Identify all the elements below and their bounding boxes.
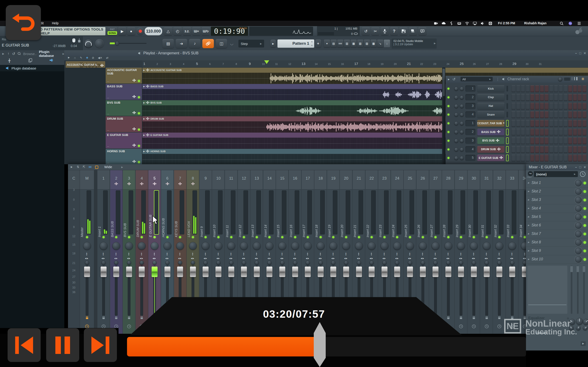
effect-slot[interactable]: ▶ Slot 6 <box>526 221 588 230</box>
cr-swing-slider[interactable] <box>564 77 570 81</box>
step-button[interactable] <box>573 103 577 110</box>
step-button[interactable] <box>535 103 539 110</box>
keyboard-icon[interactable] <box>457 22 461 25</box>
step-button[interactable] <box>564 85 568 92</box>
step-button[interactable] <box>559 146 563 153</box>
step-button[interactable] <box>564 146 568 153</box>
fader-thumb[interactable] <box>126 267 132 277</box>
step-button[interactable] <box>564 103 568 110</box>
fader-thumb-selected[interactable] <box>152 267 157 277</box>
channel-number[interactable]: 4 <box>465 111 476 118</box>
channel-vol-knob[interactable] <box>460 95 464 99</box>
wait-for-input-button[interactable]: ◴ <box>173 27 182 35</box>
mixer-pan-knob[interactable] <box>100 242 107 250</box>
step-button[interactable] <box>540 137 544 144</box>
cr-graph-icon[interactable]: ▏▍▋ <box>572 77 578 80</box>
step-button[interactable] <box>530 111 534 118</box>
channel-pan-knob[interactable] <box>454 139 458 143</box>
slot-enable-led[interactable] <box>583 216 586 218</box>
update-panel[interactable]: 02-04 FL Studio Mobile | 3.2.19 Update ▶ <box>392 39 437 49</box>
mixer-sep-knob[interactable] <box>102 261 106 265</box>
mixer-pan-knob[interactable] <box>393 242 401 250</box>
slot-enable-led[interactable] <box>583 182 586 184</box>
mixer-led[interactable] <box>281 236 284 238</box>
step-button[interactable] <box>582 137 586 144</box>
mixer-strip[interactable]: 33Insert 33▲▼◀ ▶ <box>506 170 519 335</box>
fader-thumb[interactable] <box>394 267 400 277</box>
mixer-led[interactable] <box>320 236 322 238</box>
step-button[interactable] <box>535 111 539 118</box>
doc-icon[interactable]: ▧ <box>357 40 363 48</box>
plug-icon[interactable]: ▨ <box>364 40 370 48</box>
step-button[interactable] <box>545 137 548 144</box>
pl-play-icon[interactable]: ▶ <box>68 56 70 59</box>
track-led[interactable] <box>138 80 140 82</box>
bluetooth-icon[interactable] <box>449 22 453 25</box>
channel-led[interactable] <box>447 96 450 98</box>
mixer-strip[interactable]: 4DRUM SUB▲▼◀ ▶ <box>136 170 148 335</box>
channel-button[interactable]: Kick <box>477 85 504 92</box>
mixer-sep-knob[interactable] <box>433 261 438 265</box>
channel-button[interactable]: E GUITAR SUB <box>477 155 504 161</box>
mixer-led[interactable] <box>179 236 181 238</box>
step-button[interactable] <box>516 111 520 118</box>
channel-led[interactable] <box>447 88 450 90</box>
mixer-strip[interactable]: 30Insert 30▲▼◀ ▶ <box>468 170 480 335</box>
step-button[interactable] <box>578 146 582 153</box>
mixer-sep-knob[interactable] <box>140 261 144 265</box>
notification-center-icon[interactable] <box>577 22 581 25</box>
mixer-view-mode[interactable]: Wide <box>104 165 112 169</box>
mixer-sep-knob[interactable] <box>178 261 182 265</box>
mixer-pan-knob[interactable] <box>164 242 171 250</box>
fl-menu-strip[interactable]: D PATTERNS VIEW OPTIONS TOOLS HELP <box>40 27 105 35</box>
effect-slot[interactable]: ▶ Slot 10 <box>526 255 588 264</box>
panel-minimize-icon[interactable]: – <box>575 165 577 169</box>
step-button[interactable] <box>549 129 553 135</box>
slot-enable-led[interactable] <box>583 190 586 193</box>
snap-icon[interactable]: ▾ <box>324 40 330 48</box>
mixer-led[interactable] <box>447 236 450 238</box>
lock-icon[interactable] <box>498 316 501 319</box>
fader-thumb[interactable] <box>190 267 196 277</box>
channel-rack-titlebar[interactable]: ▶ ↺ All▶ ⋮ Channel rack ▏▍▋ ▦ <box>446 76 588 83</box>
step-button[interactable] <box>582 94 586 101</box>
mixer-pan-knob[interactable] <box>138 242 146 250</box>
step-button[interactable] <box>559 103 563 110</box>
paint-icon[interactable]: ❖ <box>86 56 88 59</box>
mixer-led[interactable] <box>383 236 386 238</box>
step-button[interactable] <box>535 155 539 161</box>
back-button[interactable] <box>6 5 41 40</box>
mixer-led[interactable] <box>204 236 207 238</box>
track-band[interactable]: ▶ACCOUSTIC GUITAR SUB <box>142 68 588 73</box>
mixer-pan-knob[interactable] <box>151 242 158 250</box>
step-button[interactable] <box>545 85 548 92</box>
step-button[interactable] <box>559 120 563 127</box>
stop-button[interactable]: ■ <box>127 27 135 35</box>
channel-button[interactable]: DRUM SUB <box>477 146 504 153</box>
mixer-pan-knob[interactable] <box>342 242 350 250</box>
step-button[interactable] <box>540 120 544 127</box>
grid-888-icon[interactable]: 888 <box>337 40 343 48</box>
mixer-led[interactable] <box>86 236 88 238</box>
slot-mix-knob[interactable] <box>575 231 582 237</box>
slot-enable-led[interactable] <box>583 233 586 235</box>
step-button[interactable] <box>526 155 530 161</box>
channel-selector[interactable] <box>506 129 509 135</box>
step-button[interactable] <box>568 155 572 161</box>
step-button[interactable] <box>535 146 539 153</box>
progress-fill[interactable] <box>127 337 319 357</box>
pause-button[interactable] <box>46 328 79 362</box>
channel-pan-knob[interactable] <box>454 148 458 151</box>
channel-selector[interactable] <box>506 86 508 92</box>
step-button[interactable] <box>573 120 577 127</box>
step-button[interactable] <box>540 103 544 110</box>
channel-selector[interactable] <box>506 146 509 153</box>
step-button[interactable] <box>511 129 515 135</box>
step-button[interactable] <box>578 85 582 92</box>
mixer-led[interactable] <box>511 236 513 238</box>
mixer-pan-knob[interactable] <box>457 242 465 250</box>
lock-icon[interactable] <box>140 316 143 319</box>
save-wave-icon[interactable] <box>409 27 417 35</box>
step-button[interactable] <box>521 111 525 118</box>
step-button[interactable] <box>530 129 534 135</box>
